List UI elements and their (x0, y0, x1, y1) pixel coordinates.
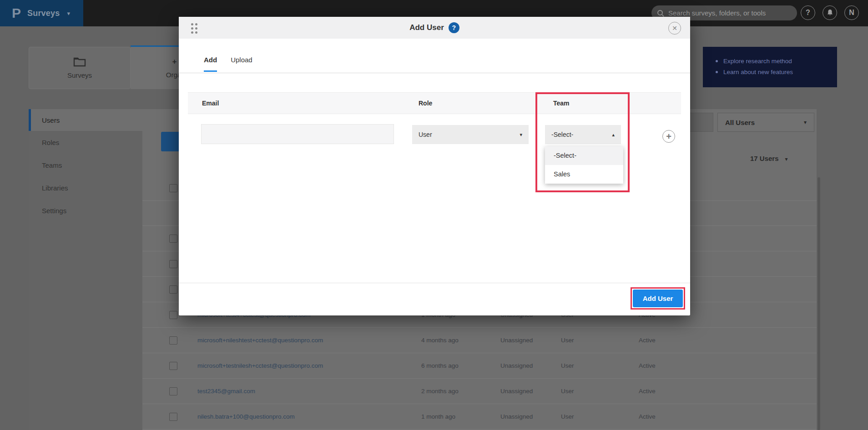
cell-status: Active (639, 353, 656, 379)
sidebar-item-roles[interactable]: Roles (29, 131, 142, 154)
add-user-submit-button[interactable]: Add User (633, 290, 683, 307)
role-select-value: User (419, 131, 432, 138)
modal-close-button[interactable]: ✕ (668, 22, 681, 35)
modal-header: Add User ? (179, 17, 690, 39)
table-row: microsoft+testnilesh+cctest@questionpro.… (142, 353, 817, 379)
add-user-modal: Add User ? ✕ AddUpload Email Role Team U… (179, 17, 690, 315)
product-switcher[interactable]: P Surveys ▾ (0, 0, 83, 26)
row-checkbox[interactable] (169, 285, 177, 294)
cell-team: Unassigned (500, 353, 533, 379)
modal-tabs: AddUpload (204, 56, 252, 72)
banner-item[interactable]: Learn about new features (716, 69, 837, 75)
cell-created: 4 months ago (421, 328, 459, 353)
form-header-row: Email Role Team (188, 92, 681, 114)
sidebar-item-settings[interactable]: Settings (29, 199, 142, 222)
footer-divider (179, 283, 690, 283)
drag-handle-icon[interactable] (191, 23, 197, 34)
column-role-label: Role (419, 93, 432, 114)
chevron-down-icon: ▾ (804, 119, 807, 125)
sidebar: RolesTeamsLibrariesSettings (29, 131, 142, 430)
user-filter-value: All Users (725, 119, 755, 126)
bell-icon (827, 9, 833, 16)
cell-status: Active (639, 404, 656, 430)
modal-help-button[interactable]: ? (449, 22, 459, 33)
table-scrollbar[interactable] (818, 177, 820, 430)
table-row: microsoft+nileshtest+cctest@questionpro.… (142, 328, 817, 353)
cell-team: Unassigned (500, 379, 533, 404)
search-placeholder: Search surveys, folders, or tools (668, 9, 766, 17)
help-button[interactable]: ? (801, 5, 815, 20)
column-team-label: Team (553, 93, 570, 114)
row-checkbox[interactable] (169, 413, 177, 421)
bullet-icon (716, 71, 718, 73)
modal-tab-upload[interactable]: Upload (231, 56, 252, 72)
row-checkbox[interactable] (169, 311, 177, 319)
row-checkbox[interactable] (169, 336, 177, 345)
questionpro-logo-icon: P (12, 6, 21, 20)
cell-team: Unassigned (500, 328, 533, 353)
row-checkbox[interactable] (169, 235, 177, 243)
cell-role: User (561, 353, 574, 379)
product-name: Surveys (27, 9, 60, 18)
cell-role: User (561, 404, 574, 430)
banner-link-label: Learn about new features (723, 69, 793, 75)
tabs-divider (179, 73, 690, 73)
cell-status: Active (639, 379, 656, 404)
select-all-checkbox[interactable] (169, 184, 177, 192)
sidebar-item-libraries[interactable]: Libraries (29, 176, 142, 199)
cell-email[interactable]: nilesh.batra+100@questionpro.com (197, 404, 295, 430)
cell-created: 6 months ago (421, 353, 459, 379)
banner-item[interactable]: Explore research method (716, 58, 837, 65)
sidebar-item-users[interactable]: Users (29, 109, 142, 131)
table-row: test2345@gmail.com2 months agoUnassigned… (142, 379, 817, 404)
user-count-dropdown[interactable]: 17 Users▾ (750, 155, 788, 162)
cell-email[interactable]: microsoft+nileshtest+cctest@questionpro.… (197, 328, 323, 353)
cell-team: Unassigned (500, 404, 533, 430)
caret-down-icon: ▾ (520, 132, 522, 138)
close-icon: ✕ (672, 25, 677, 32)
cell-email[interactable]: test2345@gmail.com (197, 379, 255, 404)
team-select[interactable]: -Select- ▴ (545, 125, 621, 144)
email-field[interactable] (201, 124, 394, 144)
row-checkbox[interactable] (169, 387, 177, 395)
banner-link-label: Explore research method (723, 58, 792, 65)
table-row: nilesh.batra+100@questionpro.com1 month … (142, 404, 817, 430)
tab-surveys-label: Surveys (67, 71, 92, 79)
tab-surveys[interactable]: Surveys (29, 47, 131, 89)
row-checkbox[interactable] (169, 260, 177, 268)
screen: P Surveys ▾ Search surveys, folders, or … (0, 0, 868, 430)
plus-icon: + (666, 131, 671, 142)
team-dropdown-menu: -Select-Sales (545, 146, 623, 184)
notifications-button[interactable] (823, 5, 837, 20)
promo-banner: Explore research methodLearn about new f… (703, 47, 837, 87)
cell-status: Active (639, 328, 656, 353)
add-row-button[interactable]: + (662, 130, 675, 143)
sidebar-item-teams[interactable]: Teams (29, 154, 142, 176)
folder-icon (73, 57, 86, 67)
modal-title: Add User (409, 23, 444, 32)
column-email-label: Email (202, 93, 219, 114)
search-icon (657, 10, 664, 17)
cell-role: User (561, 379, 574, 404)
user-filter-dropdown[interactable]: All Users ▾ (717, 113, 814, 132)
add-person-icon: + (172, 57, 177, 66)
caret-up-icon: ▴ (612, 132, 615, 138)
user-avatar[interactable]: N (844, 5, 859, 20)
cell-created: 2 months ago (421, 379, 459, 404)
role-select[interactable]: User ▾ (412, 125, 529, 144)
team-option-select[interactable]: -Select- (545, 146, 623, 165)
row-checkbox[interactable] (169, 362, 177, 370)
cell-email[interactable]: microsoft+testnilesh+cctest@questionpro.… (197, 353, 323, 379)
chevron-down-icon: ▾ (785, 156, 788, 162)
chevron-down-icon: ▾ (67, 10, 70, 17)
cell-created: 1 month ago (421, 404, 455, 430)
team-option-sales[interactable]: Sales (545, 165, 623, 184)
modal-tab-add[interactable]: Add (204, 56, 217, 72)
cell-role: User (561, 328, 574, 353)
bullet-icon (716, 60, 718, 62)
team-select-value: -Select- (551, 131, 573, 138)
